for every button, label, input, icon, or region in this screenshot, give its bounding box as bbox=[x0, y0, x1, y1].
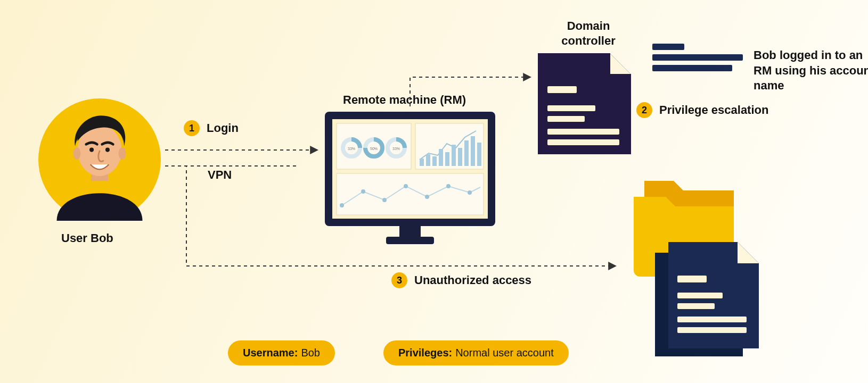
svg-rect-22 bbox=[439, 149, 443, 166]
svg-rect-21 bbox=[432, 156, 437, 166]
svg-rect-45 bbox=[677, 317, 747, 322]
svg-point-3 bbox=[73, 147, 81, 160]
svg-point-6 bbox=[105, 148, 110, 152]
vpn-label: VPN bbox=[208, 168, 232, 182]
svg-rect-11 bbox=[337, 123, 411, 169]
privileges-value: Normal user account bbox=[455, 347, 554, 359]
svg-rect-37 bbox=[547, 86, 577, 93]
svg-rect-46 bbox=[677, 327, 747, 333]
domain-controller-icon bbox=[538, 53, 631, 154]
svg-point-36 bbox=[468, 190, 472, 195]
svg-rect-38 bbox=[547, 105, 595, 111]
svg-rect-41 bbox=[547, 139, 619, 145]
step-3-badge: 3 bbox=[391, 272, 407, 288]
step-2-badge: 2 bbox=[636, 102, 652, 118]
svg-point-30 bbox=[340, 203, 344, 207]
svg-rect-7 bbox=[399, 226, 421, 237]
remote-machine-icon: 33% 50% 33% bbox=[325, 112, 495, 245]
svg-rect-19 bbox=[420, 159, 424, 166]
svg-point-34 bbox=[425, 195, 429, 199]
user-label: User Bob bbox=[61, 231, 113, 245]
svg-rect-8 bbox=[386, 237, 434, 244]
svg-text:33%: 33% bbox=[392, 147, 400, 151]
svg-rect-20 bbox=[426, 154, 430, 166]
step-3-label: Unauthorized access bbox=[414, 273, 531, 287]
privileges-key: Privileges: bbox=[398, 347, 452, 359]
svg-rect-39 bbox=[547, 116, 585, 122]
files-and-folders-icon bbox=[623, 165, 761, 367]
svg-rect-23 bbox=[445, 152, 449, 166]
username-key: Username: bbox=[243, 347, 298, 359]
svg-point-35 bbox=[446, 184, 451, 188]
svg-point-4 bbox=[119, 147, 126, 160]
svg-rect-25 bbox=[458, 148, 462, 166]
username-pill: Username: Bob bbox=[228, 340, 335, 365]
svg-rect-42 bbox=[677, 276, 707, 282]
log-lines-icon bbox=[652, 44, 743, 76]
svg-rect-28 bbox=[477, 143, 481, 166]
username-value: Bob bbox=[301, 347, 320, 359]
svg-point-31 bbox=[361, 189, 365, 194]
step-1-label: Login bbox=[207, 121, 239, 135]
svg-point-5 bbox=[89, 148, 94, 152]
privileges-pill: Privileges: Normal user account bbox=[383, 340, 569, 365]
step-2-label: Privilege escalation bbox=[659, 103, 768, 117]
svg-point-33 bbox=[404, 184, 408, 188]
svg-rect-44 bbox=[677, 303, 715, 309]
svg-point-32 bbox=[382, 198, 387, 202]
svg-rect-24 bbox=[452, 145, 456, 166]
user-avatar bbox=[38, 98, 161, 221]
step-1-badge: 1 bbox=[184, 120, 200, 136]
log-caption: Bob logged in to an RM using his account… bbox=[754, 48, 868, 94]
svg-rect-27 bbox=[471, 136, 475, 166]
domain-controller-label: Domain controller bbox=[541, 19, 636, 48]
svg-rect-40 bbox=[547, 129, 619, 135]
svg-rect-26 bbox=[464, 140, 469, 166]
svg-text:33%: 33% bbox=[348, 147, 355, 151]
svg-text:50%: 50% bbox=[370, 147, 378, 151]
svg-rect-43 bbox=[677, 293, 723, 298]
remote-machine-label: Remote machine (RM) bbox=[343, 93, 466, 107]
